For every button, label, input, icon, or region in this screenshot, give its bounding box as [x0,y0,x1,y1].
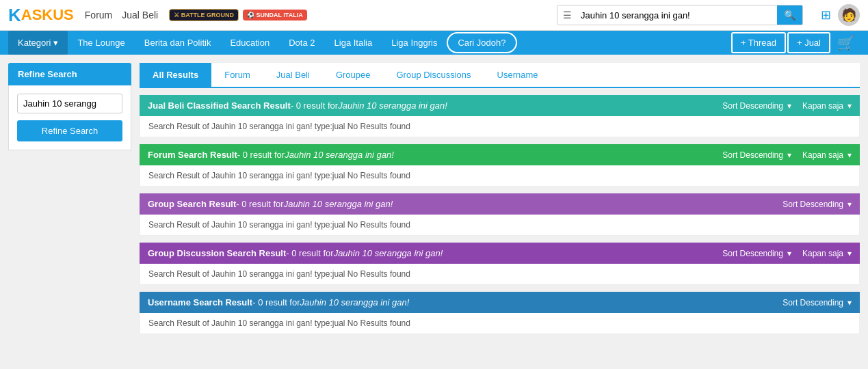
dota2-link[interactable]: Dota 2 [279,31,324,55]
section-result-count-group: - 0 result for [236,199,283,209]
section-title-jual-beli: Jual Beli Classified Search Result [148,100,291,111]
results-tabs: All Results Forum Jual Beli Groupee Grou… [140,63,860,88]
section-title-username: Username Search Result [148,297,252,308]
sort-controls-group: Sort Descending ▾ [782,200,852,209]
sort-dropdown-arrow[interactable]: ▾ [787,101,791,111]
section-header-group: Group Search Result - 0 result for Jauhi… [140,193,860,215]
sort-controls-group-discussion: Sort Descending ▾Kapan saja ▾ [722,249,852,258]
forum-link[interactable]: Forum [85,10,112,20]
section-query-group: Jauhin 10 serangga ini gan! [284,199,393,209]
kapan-saja-label: Kapan saja [802,249,843,258]
result-section-forum: Forum Search Result - 0 result for Jauhi… [140,144,860,187]
logo-k: K [8,5,21,26]
search-input[interactable] [577,7,777,24]
secondary-navbar: Kategori ▾ The Lounge Berita dan Politik… [0,31,868,55]
search-box: ☰ 🔍 [557,5,803,25]
section-result-count-username: - 0 result for [252,297,300,308]
tab-username[interactable]: Username [484,63,551,87]
section-query-jual-beli: Jauhin 10 serangga ini gan! [338,100,447,111]
kaskus-logo[interactable]: K ASKUS [8,5,74,26]
section-header-jual-beli: Jual Beli Classified Search Result - 0 r… [140,95,860,116]
cari-jodoh-button[interactable]: Cari Jodoh? [447,32,516,53]
cart-icon[interactable]: 🛒 [832,32,860,54]
berita-link[interactable]: Berita dan Politik [135,31,221,55]
section-header-forum: Forum Search Result - 0 result for Jauhi… [140,144,860,165]
search-button[interactable]: 🔍 [777,5,802,25]
section-body-forum: Search Result of Jauhin 10 serangga ini … [140,165,860,187]
sundal-italia-badge[interactable]: ⚽ SUNDAL ITALIA [243,10,307,20]
results-area: All Results Forum Jual Beli Groupee Grou… [140,63,860,334]
sort-controls-forum: Sort Descending ▾Kapan saja ▾ [722,150,852,160]
result-section-jual-beli: Jual Beli Classified Search Result - 0 r… [140,95,860,137]
section-body-group-discussion: Search Result of Jauhin 10 serangga ini … [140,264,860,285]
battle-ground-badge[interactable]: ⚔ BATTLE GROUND [169,9,239,21]
kapan-saja-arrow[interactable]: ▾ [847,249,852,258]
sidebar: Refine Search Refine Search [8,63,131,334]
result-section-username: Username Search Result - 0 result for Ja… [140,292,860,334]
tab-forum[interactable]: Forum [211,63,263,87]
section-header-username: Username Search Result - 0 result for Ja… [140,292,860,313]
avatar[interactable]: 🧑 [838,4,860,26]
section-title-group: Group Search Result [148,199,236,209]
top-navbar: K ASKUS Forum Jual Beli ⚔ BATTLE GROUND … [0,0,868,31]
refine-search-header: Refine Search [8,63,131,85]
add-thread-button[interactable]: + Thread [731,32,786,53]
logo-text: ASKUS [21,6,74,24]
top-nav-links: Forum Jual Beli [85,10,158,20]
sort-dropdown-arrow[interactable]: ▾ [787,150,791,160]
liga-italia-link[interactable]: Liga Italia [325,31,382,55]
kategori-button[interactable]: Kategori ▾ [8,31,68,55]
main-content: Refine Search Refine Search All Results … [0,55,868,342]
sort-descending-label: Sort Descending [782,200,843,209]
education-link[interactable]: Education [220,31,279,55]
liga-inggris-link[interactable]: Liga Inggris [382,31,447,55]
sort-controls-username: Sort Descending ▾ [782,298,852,308]
section-title-forum: Forum Search Result [148,150,237,160]
tab-groupee[interactable]: Groupee [323,63,384,87]
chevron-down-icon: ▾ [53,38,58,48]
promo-badges: ⚔ BATTLE GROUND ⚽ SUNDAL ITALIA [169,9,307,21]
result-sections-container: Jual Beli Classified Search Result - 0 r… [140,95,860,334]
section-body-username: Search Result of Jauhin 10 serangga ini … [140,313,860,334]
kapan-saja-label: Kapan saja [802,101,843,111]
sort-descending-label: Sort Descending [722,249,783,258]
secondary-nav-right: + Thread + Jual 🛒 [731,32,860,54]
section-result-count-group-discussion: - 0 result for [286,248,333,258]
result-section-group: Group Search Result - 0 result for Jauhi… [140,193,860,236]
kapan-saja-arrow[interactable]: ▾ [847,101,852,111]
section-query-username: Jauhin 10 serangga ini gan! [300,297,410,308]
sort-dropdown-arrow[interactable]: ▾ [847,200,852,209]
grid-icon[interactable]: ⊞ [821,8,831,23]
add-jual-button[interactable]: + Jual [787,32,830,53]
section-header-group-discussion: Group Discussion Search Result - 0 resul… [140,243,860,264]
section-result-count-forum: - 0 result for [237,150,285,160]
refine-search-body: Refine Search [8,85,131,150]
sort-controls-jual-beli: Sort Descending ▾Kapan saja ▾ [722,101,852,111]
tab-group-discussions[interactable]: Group Discussions [383,63,484,87]
jual-beli-link[interactable]: Jual Beli [122,10,158,20]
refine-search-input[interactable] [17,94,122,113]
refine-search-button[interactable]: Refine Search [17,120,122,141]
sort-descending-label: Sort Descending [722,101,783,111]
section-title-group-discussion: Group Discussion Search Result [148,248,286,258]
kapan-saja-label: Kapan saja [802,150,843,160]
section-result-count-jual-beli: - 0 result for [291,100,338,111]
sort-descending-label: Sort Descending [782,298,843,308]
kapan-saja-arrow[interactable]: ▾ [847,150,852,160]
section-query-forum: Jauhin 10 serangga ini gan! [285,150,394,160]
section-query-group-discussion: Jauhin 10 serangga ini gan! [334,248,443,258]
hamburger-icon[interactable]: ☰ [557,5,577,25]
sort-dropdown-arrow[interactable]: ▾ [847,298,852,308]
result-section-group-discussion: Group Discussion Search Result - 0 resul… [140,243,860,285]
section-body-jual-beli: Search Result of Jauhin 10 serangga ini … [140,116,860,137]
sort-descending-label: Sort Descending [722,150,783,160]
top-right-actions: ⊞ 🧑 [821,4,860,26]
sort-dropdown-arrow[interactable]: ▾ [787,249,791,258]
tab-jual-beli[interactable]: Jual Beli [263,63,323,87]
tab-all-results[interactable]: All Results [140,63,211,87]
lounge-link[interactable]: The Lounge [68,31,134,55]
section-body-group: Search Result of Jauhin 10 serangga ini … [140,215,860,236]
